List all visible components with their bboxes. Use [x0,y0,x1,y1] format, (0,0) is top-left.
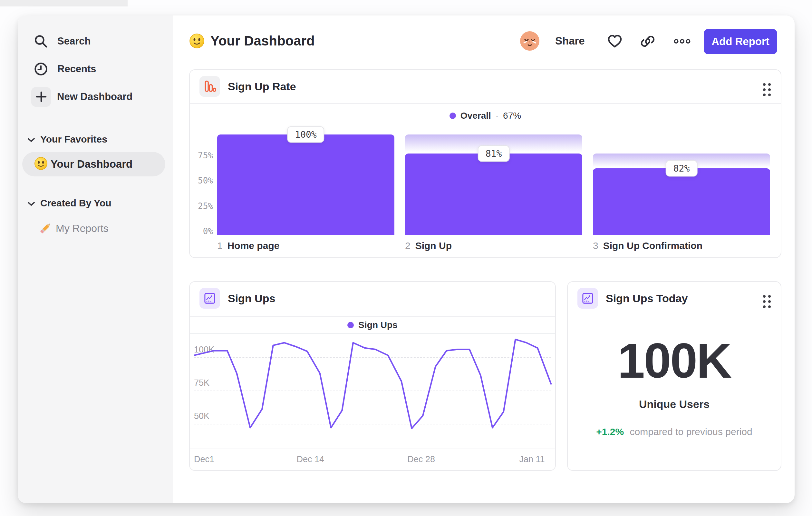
funnel-bar-value-tooltip: 100% [287,127,324,143]
sidebar-item-label: New Dashboard [57,91,133,103]
funnel-step-label: 1Home page [217,240,279,251]
page-title: Your Dashboard [210,33,315,49]
x-axis-label: Dec1 [194,454,214,464]
link-icon[interactable] [639,33,656,50]
funnel-y-tick: 75% [190,150,213,161]
background-top-strip [0,0,127,6]
smiley-emoji [189,33,205,50]
clock-icon [31,59,51,79]
funnel-plot: 75%50%25%0%100%1Home page81%2Sign Up82%3… [190,70,781,257]
line-plot: 100K75K50KDec1Dec 14Dec 28Jan 11 [190,282,555,470]
chevron-down-icon [27,198,35,209]
funnel-bar-value-tooltip: 81% [478,145,510,162]
sidebar: Search Recents New Dashboard Your Favori… [18,16,173,503]
plus-icon [31,87,51,107]
sidebar-item-label: My Reports [56,222,109,235]
x-axis-label: Jan 11 [519,454,545,464]
funnel-step-number: 2 [405,240,410,251]
signup-rate-card: Sign Up Rate Overall · 67% 75%50%25%0%10… [189,69,781,258]
more-icon[interactable] [674,33,691,50]
sidebar-item-label: Search [57,35,91,47]
share-button[interactable]: Share [555,35,585,47]
app-window: Search Recents New Dashboard Your Favori… [18,16,794,503]
funnel-bar-value-tooltip: 82% [666,160,698,176]
funnel-step-name: Sign Up Confirmation [603,240,702,251]
metric-delta: +1.2% [596,426,624,437]
sign-ups-card: Sign Ups Sign Ups 100K75K50KDec1Dec 14De… [189,281,556,471]
sidebar-item-recents[interactable]: Recents [18,59,96,79]
funnel-bar[interactable] [593,168,770,235]
funnel-y-tick: 0% [190,226,213,236]
funnel-step-name: Sign Up [415,240,452,251]
sidebar-item-my-reports[interactable]: My Reports [39,219,109,238]
pencil-emoji [39,221,53,236]
section-label: Your Favorites [40,134,107,145]
funnel-step-label: 3Sign Up Confirmation [593,240,702,251]
funnel-y-tick: 50% [190,175,213,186]
sign-ups-line-series[interactable] [194,333,553,449]
sidebar-item-new-dashboard[interactable]: New Dashboard [18,86,133,107]
funnel-step-name: Home page [228,240,280,251]
sidebar-item-label: Your Dashboard [51,158,133,170]
smiley-emoji [34,157,48,171]
sidebar-item-label: Recents [57,63,96,75]
x-axis-line [190,449,555,449]
funnel-bar[interactable] [405,154,582,235]
funnel-step-label: 2Sign Up [405,240,452,251]
x-axis-label: Dec 14 [296,454,324,464]
drag-handle-icon[interactable] [762,294,772,310]
funnel-bar[interactable] [217,134,395,235]
metric-delta-row: +1.2% compared to previous period [568,426,781,437]
avatar[interactable] [519,31,540,51]
sidebar-item-your-dashboard[interactable]: Your Dashboard [22,152,165,176]
heart-icon[interactable] [606,33,623,50]
sidebar-item-search[interactable]: Search [18,31,91,52]
sidebar-section-created-by-you[interactable]: Created By You [27,197,112,210]
funnel-y-tick: 25% [190,201,213,211]
funnel-step-number: 3 [593,240,598,251]
section-label: Created By You [40,198,112,209]
chevron-down-icon [27,134,35,145]
card-title: Sign Ups Today [606,292,688,305]
metric-delta-context: compared to previous period [630,426,752,437]
sidebar-section-your-favorites[interactable]: Your Favorites [27,133,107,146]
search-icon [31,31,51,52]
metric-label: Unique Users [568,398,781,411]
metric-value: 100K [568,332,781,389]
line-chart-icon [577,288,598,309]
sign-ups-today-card: Sign Ups Today 100K Unique Users +1.2% c… [567,281,781,471]
sign-ups-today-card-header: Sign Ups Today [577,288,688,309]
add-report-button[interactable]: Add Report [704,29,777,54]
x-axis-label: Dec 28 [407,454,435,464]
funnel-step-number: 1 [217,240,223,251]
